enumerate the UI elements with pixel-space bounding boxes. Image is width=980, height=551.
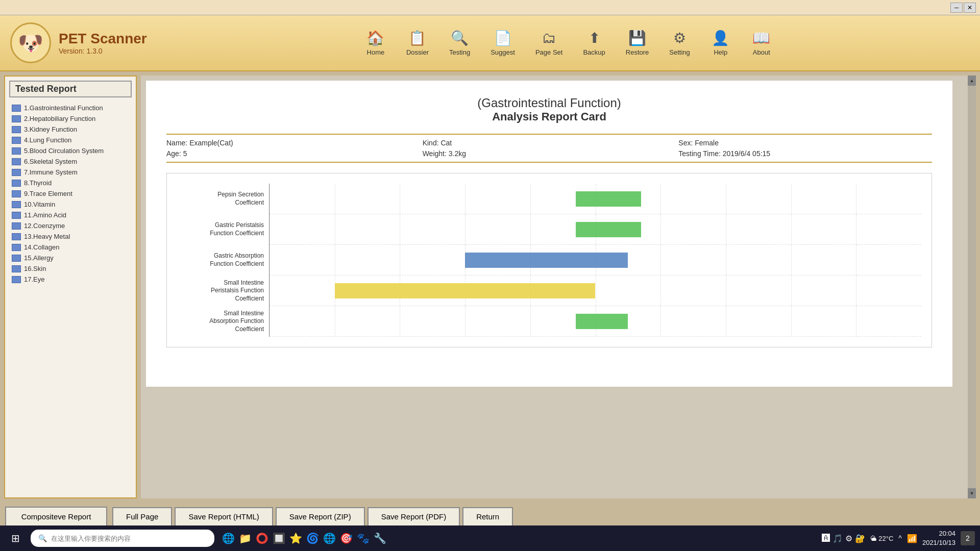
taskbar-search-box[interactable]: 🔍 <box>31 530 214 547</box>
sidebar-item-2[interactable]: 2.Hepatobiliary Function <box>9 113 132 124</box>
save-html-button[interactable]: Save Report (HTML) <box>175 507 273 527</box>
nav-item-restore[interactable]: 💾 Restore <box>618 27 657 59</box>
sidebar-item-5[interactable]: 5.Blood Circulation System <box>9 145 132 156</box>
pageset-label: Page Set <box>535 48 563 56</box>
start-button[interactable]: ⊞ <box>5 528 26 548</box>
taskbar-icon-2[interactable]: 📁 <box>239 532 252 544</box>
taskbar-icon-4[interactable]: 🔲 <box>273 532 285 544</box>
report-area: (Gastrointestinal Function) Analysis Rep… <box>141 76 976 498</box>
notification-badge[interactable]: 2 <box>961 531 975 545</box>
sidebar: Tested Report 1.Gastrointestinal Functio… <box>4 76 137 498</box>
suggest-label: Suggest <box>491 48 515 56</box>
date-display: 2021/10/13 <box>922 538 955 547</box>
chart-container: Pepsin Secretion CoefficientGastric Peri… <box>166 173 932 347</box>
sidebar-item-4[interactable]: 4.Lung Function <box>9 135 132 145</box>
report-scroll[interactable]: (Gastrointestinal Function) Analysis Rep… <box>141 76 968 498</box>
taskbar-icon-5[interactable]: ⭐ <box>289 532 302 544</box>
suggest-icon: 📄 <box>494 30 512 46</box>
tray-icon-2[interactable]: 🎵 <box>832 534 843 543</box>
return-button[interactable]: Return <box>462 507 513 527</box>
save-zip-button[interactable]: Save Report (ZIP) <box>276 507 365 527</box>
report-info-bar: Name: Example(Cat) Kind: Cat Sex: Female <box>166 134 932 163</box>
sidebar-item-icon-17 <box>12 276 21 283</box>
sidebar-item-3[interactable]: 3.Kidney Function <box>9 124 132 135</box>
taskbar-icon-7[interactable]: 🌐 <box>323 532 336 544</box>
scroll-down-arrow[interactable]: ▼ <box>968 488 976 498</box>
taskbar-icon-10[interactable]: 🔧 <box>374 532 386 544</box>
nav-item-home[interactable]: 🏠 Home <box>358 27 394 59</box>
nav-item-setting[interactable]: ⚙ Setting <box>662 27 697 59</box>
sidebar-item-10[interactable]: 10.Vitamin <box>9 199 132 210</box>
chart-row-2 <box>270 245 921 276</box>
sidebar-item-label-6: 6.Skeletal System <box>24 158 77 165</box>
chart-bar-1 <box>576 222 641 237</box>
sidebar-item-icon-3 <box>12 126 21 133</box>
nav-item-testing[interactable]: 🔍 Testing <box>442 27 478 59</box>
sidebar-item-7[interactable]: 7.Immune System <box>9 167 132 178</box>
chart-grid <box>269 184 921 337</box>
sidebar-item-label-7: 7.Immune System <box>24 168 78 176</box>
chart-bar-4 <box>576 314 628 329</box>
chart-row-3 <box>270 276 921 306</box>
app-title-area: PET Scanner Version: 1.3.0 <box>59 31 147 55</box>
report-header: (Gastrointestinal Function) Analysis Rep… <box>166 96 932 123</box>
sidebar-item-icon-12 <box>12 222 21 230</box>
nav-item-suggest[interactable]: 📄 Suggest <box>483 27 523 59</box>
age-label: Age: <box>166 149 181 158</box>
taskbar-icon-6[interactable]: 🌀 <box>306 532 319 544</box>
sidebar-item-13[interactable]: 13.Heavy Metal <box>9 231 132 242</box>
restore-icon: 💾 <box>628 30 646 46</box>
backup-icon: ⬆ <box>589 30 600 46</box>
scroll-up-arrow[interactable]: ▲ <box>968 76 976 86</box>
report-content: (Gastrointestinal Function) Analysis Rep… <box>146 81 952 387</box>
tray-icon-3[interactable]: ⚙ <box>845 534 852 543</box>
full-page-button[interactable]: Full Page <box>112 507 172 527</box>
close-button[interactable]: ✕ <box>964 3 976 13</box>
nav-item-backup[interactable]: ⬆ Backup <box>575 27 612 59</box>
sidebar-item-15[interactable]: 15.Allergy <box>9 253 132 263</box>
tray-icon-1[interactable]: 🅰 <box>822 534 830 543</box>
composite-report-button[interactable]: Compositeve Report <box>5 507 107 527</box>
sidebar-item-label-14: 14.Collagen <box>24 243 59 251</box>
sidebar-item-17[interactable]: 17.Eye <box>9 274 132 285</box>
sex-label: Sex: <box>678 139 693 147</box>
sidebar-item-icon-4 <box>12 137 21 144</box>
home-label: Home <box>367 48 385 56</box>
sidebar-item-12[interactable]: 12.Coenzyme <box>9 220 132 231</box>
taskbar-icon-1[interactable]: 🌐 <box>222 532 235 544</box>
sidebar-item-11[interactable]: 11.Amino Acid <box>9 210 132 220</box>
nav-item-pageset[interactable]: 🗂 Page Set <box>528 27 571 59</box>
taskbar-search-input[interactable] <box>51 535 207 542</box>
nav-item-help[interactable]: 👤 Help <box>703 27 739 59</box>
sidebar-item-label-12: 12.Coenzyme <box>24 222 65 230</box>
taskbar-icon-3[interactable]: ⭕ <box>256 532 268 544</box>
nav-item-dossier[interactable]: 📋 Dossier <box>399 27 436 59</box>
sidebar-item-label-8: 8.Thyroid <box>24 179 52 187</box>
taskbar-right: 🅰 🎵 ⚙ 🔐 🌥 22°C ^ 📶 20:04 2021/10/13 2 <box>822 529 975 547</box>
tray-expand[interactable]: ^ <box>898 534 902 542</box>
nav-item-about[interactable]: 📖 About <box>744 27 779 59</box>
sidebar-item-16[interactable]: 16.Skin <box>9 263 132 274</box>
info-kind: Kind: Cat <box>423 139 676 147</box>
taskbar-icon-9[interactable]: 🐾 <box>357 532 370 544</box>
tray-icon-4[interactable]: 🔐 <box>855 534 865 543</box>
chart-label-3: Small Intestine Peristalsis Function Coe… <box>177 276 264 306</box>
report-title-sub: Analysis Report Card <box>166 110 932 123</box>
sidebar-item-label-10: 10.Vitamin <box>24 201 55 208</box>
nav-bar: 🏠 Home 📋 Dossier 🔍 Testing 📄 Suggest 🗂 P… <box>167 27 970 59</box>
sidebar-item-8[interactable]: 8.Thyroid <box>9 178 132 188</box>
minimize-button[interactable]: ─ <box>950 3 963 13</box>
sidebar-item-9[interactable]: 9.Trace Element <box>9 188 132 199</box>
sidebar-item-1[interactable]: 1.Gastrointestinal Function <box>9 103 132 113</box>
testing-icon: 🔍 <box>451 30 469 46</box>
chart-row-4 <box>270 306 921 337</box>
sidebar-item-label-17: 17.Eye <box>24 276 44 283</box>
save-pdf-button[interactable]: Save Report (PDF) <box>368 507 460 527</box>
age-value: 5 <box>183 149 187 158</box>
testing-label: Testing <box>449 48 470 56</box>
header: 🐶 PET Scanner Version: 1.3.0 🏠 Home 📋 Do… <box>0 15 980 71</box>
setting-icon: ⚙ <box>673 30 686 46</box>
taskbar-icon-8[interactable]: 🎯 <box>340 532 353 544</box>
sidebar-item-14[interactable]: 14.Collagen <box>9 242 132 253</box>
sidebar-item-6[interactable]: 6.Skeletal System <box>9 156 132 167</box>
